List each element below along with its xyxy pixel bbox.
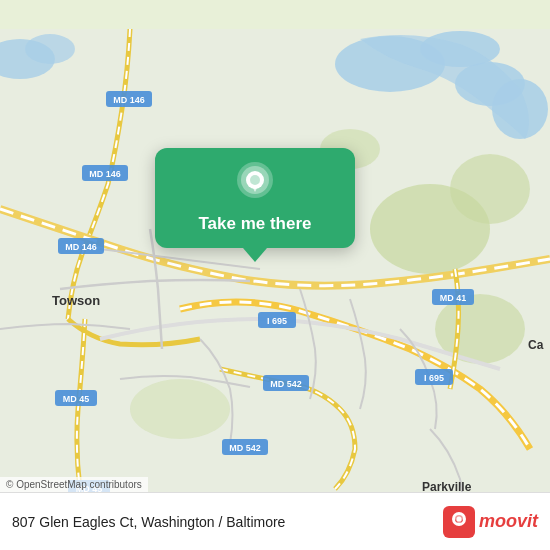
moovit-brand-icon: [443, 506, 475, 538]
svg-text:MD 45: MD 45: [63, 394, 90, 404]
moovit-brand-name: moovit: [479, 511, 538, 532]
svg-text:MD 542: MD 542: [270, 379, 302, 389]
svg-text:MD 146: MD 146: [65, 242, 97, 252]
bottom-bar: 807 Glen Eagles Ct, Washington / Baltimo…: [0, 492, 550, 550]
popup-label-text: Take me there: [198, 214, 311, 234]
svg-text:I 695: I 695: [424, 373, 444, 383]
svg-text:I 695: I 695: [267, 316, 287, 326]
location-pin-icon: [233, 162, 277, 206]
svg-text:MD 41: MD 41: [440, 293, 467, 303]
take-me-there-button[interactable]: Take me there: [155, 148, 355, 248]
map-background: MD 146 MD 146 MD 146 MD 45 MD 45 I 695 I…: [0, 0, 550, 550]
svg-point-42: [456, 516, 461, 521]
svg-point-8: [450, 154, 530, 224]
svg-text:Towson: Towson: [52, 293, 100, 308]
map-container: MD 146 MD 146 MD 146 MD 45 MD 45 I 695 I…: [0, 0, 550, 550]
svg-text:MD 146: MD 146: [89, 169, 121, 179]
svg-text:Ca: Ca: [528, 338, 544, 352]
copyright-text: © OpenStreetMap contributors: [6, 479, 142, 490]
svg-text:MD 542: MD 542: [229, 443, 261, 453]
moovit-logo: moovit: [443, 506, 538, 538]
address-label: 807 Glen Eagles Ct, Washington / Baltimo…: [12, 514, 285, 530]
copyright-bar: © OpenStreetMap contributors: [0, 477, 148, 492]
svg-point-6: [25, 34, 75, 64]
svg-point-11: [130, 379, 230, 439]
svg-text:MD 146: MD 146: [113, 95, 145, 105]
